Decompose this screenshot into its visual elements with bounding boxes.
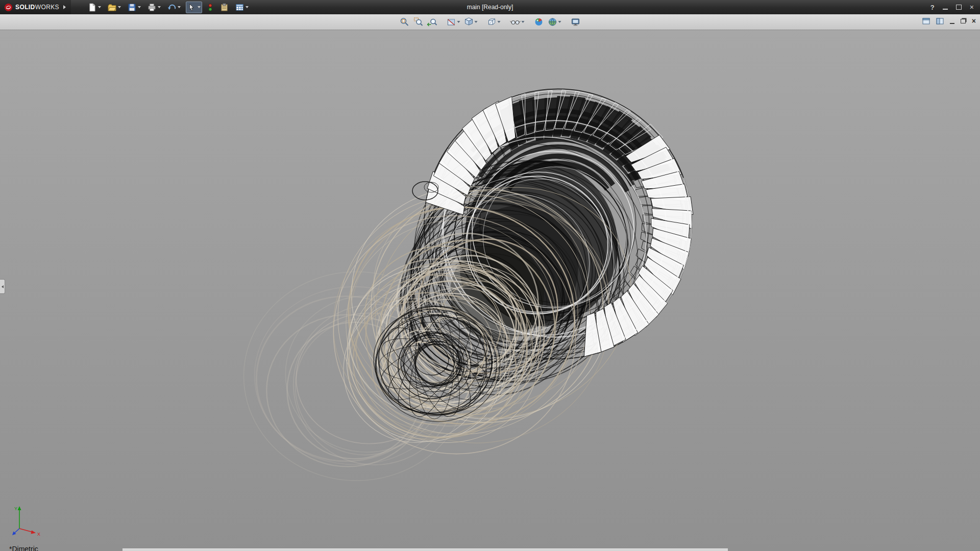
apply-scene-globe-icon: [548, 17, 558, 27]
menu-expand-arrow-icon[interactable]: [63, 5, 66, 9]
save-floppy-icon: [128, 3, 136, 12]
dropdown-caret-icon[interactable]: [558, 21, 561, 23]
document-restore-button[interactable]: [961, 19, 966, 23]
document-minimize-button[interactable]: [950, 23, 954, 24]
edit-appearance-button[interactable]: [533, 16, 545, 28]
new-document-icon: [88, 3, 96, 12]
title-bar: SOLIDWORKS: [0, 0, 980, 14]
orientation-triad: Y X: [10, 504, 43, 539]
view-orientation-button[interactable]: [463, 16, 479, 28]
graphics-area[interactable]: Y X *Dimetric: [0, 30, 980, 551]
dropdown-caret-icon[interactable]: [246, 6, 249, 8]
select-button[interactable]: [186, 2, 202, 13]
view-orientation-icon: [464, 17, 474, 27]
zoom-to-area-button[interactable]: [412, 16, 425, 28]
clipboard-icon: [220, 3, 229, 12]
heads-up-bar: ×: [0, 14, 980, 30]
heads-up-toolbar: [395, 16, 585, 28]
undo-button[interactable]: [166, 2, 182, 13]
help-button[interactable]: ?: [930, 4, 935, 11]
zoom-to-fit-icon: [400, 17, 410, 27]
solidworks-logo: SOLIDWORKS: [0, 0, 71, 14]
select-cursor-icon: [187, 3, 196, 12]
view-settings-button[interactable]: [570, 16, 582, 28]
window-controls: ? ×: [930, 4, 980, 11]
triad-x-label: X: [37, 532, 40, 537]
hide-show-items-button[interactable]: [509, 16, 526, 28]
status-lights-button[interactable]: [206, 2, 215, 13]
dropdown-caret-icon[interactable]: [138, 6, 141, 8]
dropdown-caret-icon[interactable]: [118, 6, 121, 8]
dropdown-caret-icon[interactable]: [522, 21, 525, 23]
document-window-icon[interactable]: [936, 18, 944, 24]
zoom-to-fit-button[interactable]: [399, 16, 411, 28]
previous-view-button[interactable]: [426, 16, 438, 28]
document-close-button[interactable]: ×: [972, 17, 976, 24]
display-style-button[interactable]: [486, 16, 502, 28]
expand-panel-arrow-icon: [2, 285, 4, 288]
engine-wireframe: [0, 30, 980, 551]
featuremanager-collapsed-tab[interactable]: [0, 279, 5, 294]
document-window-icon[interactable]: [922, 18, 930, 24]
edit-appearance-ball-icon: [534, 17, 544, 27]
previous-view-icon: [427, 17, 437, 27]
dropdown-caret-icon[interactable]: [158, 6, 161, 8]
minimize-button[interactable]: [943, 9, 948, 10]
design-table-icon: [235, 3, 244, 12]
undo-arrow-icon: [167, 3, 176, 12]
save-button[interactable]: [126, 2, 142, 13]
document-window-controls: ×: [922, 17, 976, 24]
dropdown-caret-icon[interactable]: [498, 21, 501, 23]
section-view-button[interactable]: [446, 16, 461, 28]
clipboard-button[interactable]: [218, 2, 230, 13]
view-settings-icon: [571, 17, 581, 27]
triad-y-label: Y: [14, 506, 17, 511]
maximize-button[interactable]: [956, 5, 962, 10]
display-style-icon: [487, 17, 497, 27]
open-folder-icon: [108, 3, 116, 12]
dassault-logo-icon: [4, 3, 13, 12]
document-title: main [Read-only]: [467, 4, 513, 11]
dropdown-caret-icon[interactable]: [178, 6, 181, 8]
open-button[interactable]: [106, 2, 122, 13]
dropdown-caret-icon[interactable]: [475, 21, 478, 23]
section-view-icon: [447, 17, 457, 27]
close-button[interactable]: ×: [970, 4, 974, 11]
standard-toolbar: [86, 2, 250, 13]
solidworks-window: SOLIDWORKS: [0, 0, 980, 551]
apply-scene-button[interactable]: [547, 16, 562, 28]
zoom-to-area-icon: [413, 17, 424, 27]
view-orientation-label: *Dimetric: [9, 545, 38, 551]
hide-show-items-glasses-icon: [510, 17, 521, 27]
new-document-button[interactable]: [86, 2, 103, 13]
dropdown-caret-icon[interactable]: [198, 6, 201, 8]
design-table-button[interactable]: [234, 2, 250, 13]
status-lights-icon: [207, 3, 213, 12]
dropdown-caret-icon[interactable]: [98, 6, 101, 8]
print-icon: [148, 3, 156, 12]
brand-text: SOLIDWORKS: [15, 4, 59, 11]
dropdown-caret-icon[interactable]: [457, 21, 460, 23]
status-strip: [122, 548, 728, 551]
print-button[interactable]: [146, 2, 162, 13]
